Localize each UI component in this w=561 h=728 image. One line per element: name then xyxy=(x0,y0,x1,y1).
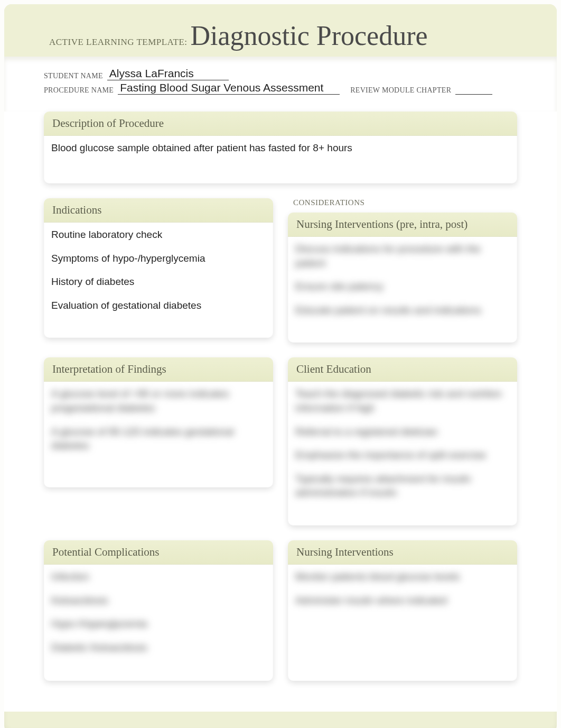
student-name-value: Alyssa LaFrancis xyxy=(107,67,229,80)
col-left-3: Potential Complications Infection Ketoac… xyxy=(44,540,273,696)
complication-item: Infection xyxy=(51,570,266,584)
interpretation-item: A glucose of 95-125 indicates gestationa… xyxy=(51,425,266,453)
chapter-label: REVIEW MODULE CHAPTER xyxy=(350,86,451,95)
row-2: Interpretation of Findings A glucose lev… xyxy=(44,357,517,540)
indications-header: Indications xyxy=(44,198,273,223)
complication-item: Diabetic Ketoacidosis xyxy=(51,641,266,655)
meta-area: STUDENT NAME Alyssa LaFrancis PROCEDURE … xyxy=(4,57,557,112)
nursing-pre-header: Nursing Interventions (pre, intra, post) xyxy=(288,213,517,237)
template-title-row: ACTIVE LEARNING TEMPLATE: Diagnostic Pro… xyxy=(49,20,517,51)
complications-body: Infection Ketoacidosis Hypo-/Hyperglycem… xyxy=(44,565,273,681)
col-left-1: Indications Routine laboratory check Sym… xyxy=(44,198,273,357)
description-body: Blood glucose sample obtained after pati… xyxy=(44,136,517,183)
education-body: Teach the diagnosed diabetic risk and nu… xyxy=(288,382,517,526)
student-name-row: STUDENT NAME Alyssa LaFrancis xyxy=(44,67,517,80)
interpretation-body: A glucose level of >95 or more indicates… xyxy=(44,382,273,487)
nursing-pre-card: Nursing Interventions (pre, intra, post)… xyxy=(288,213,517,343)
nursing2-header: Nursing Interventions xyxy=(288,540,517,565)
template-main-title: Diagnostic Procedure xyxy=(191,20,428,51)
student-name-label: STUDENT NAME xyxy=(44,72,103,80)
nursing-pre-item: Ensure site patency xyxy=(295,280,510,294)
indications-body: Routine laboratory check Symptoms of hyp… xyxy=(44,223,273,338)
template-prefix: ACTIVE LEARNING TEMPLATE: xyxy=(49,37,188,48)
description-card: Description of Procedure Blood glucose s… xyxy=(44,112,517,183)
col-right-1: CONSIDERATIONS Nursing Interventions (pr… xyxy=(288,198,517,357)
col-left-2: Interpretation of Findings A glucose lev… xyxy=(44,357,273,540)
education-item: Teach the diagnosed diabetic risk and nu… xyxy=(295,387,510,415)
complications-header: Potential Complications xyxy=(44,540,273,565)
indications-card: Indications Routine laboratory check Sym… xyxy=(44,198,273,338)
row-3: Potential Complications Infection Ketoac… xyxy=(44,540,517,696)
education-item: Emphasize the importance of split exerci… xyxy=(295,448,510,463)
content-area: Description of Procedure Blood glucose s… xyxy=(4,112,557,712)
nursing2-item: Monitor patients blood glucose levels xyxy=(295,570,510,584)
nursing-pre-body: Discuss indications for procedure with t… xyxy=(288,237,517,343)
education-header: Client Education xyxy=(288,357,517,382)
description-text: Blood glucose sample obtained after pati… xyxy=(51,142,352,153)
nursing-pre-item: Discuss indications for procedure with t… xyxy=(295,242,510,270)
nursing2-item: Administer insulin where indicated xyxy=(295,594,510,608)
indication-item: Evaluation of gestational diabetes xyxy=(51,299,266,313)
chapter-value xyxy=(455,94,492,95)
education-item: Referral to a registered dietician xyxy=(295,425,510,439)
nursing2-body: Monitor patients blood glucose levels Ad… xyxy=(288,565,517,681)
procedure-name-row: PROCEDURE NAME Fasting Blood Sugar Venou… xyxy=(44,81,517,95)
procedure-name-value: Fasting Blood Sugar Venous Assessment xyxy=(118,81,340,95)
procedure-name-label: PROCEDURE NAME xyxy=(44,86,114,95)
indication-item: Symptoms of hypo-/hyperglycemia xyxy=(51,252,266,266)
complication-item: Hypo-/Hyperglycemia xyxy=(51,617,266,631)
page-container: ACTIVE LEARNING TEMPLATE: Diagnostic Pro… xyxy=(4,4,557,728)
procedure-group: PROCEDURE NAME Fasting Blood Sugar Venou… xyxy=(44,81,340,95)
col-right-3: Nursing Interventions Monitor patients b… xyxy=(288,540,517,696)
indication-item: History of diabetes xyxy=(51,275,266,289)
education-item: Typically requires attachment for insuli… xyxy=(295,472,510,500)
nursing2-card: Nursing Interventions Monitor patients b… xyxy=(288,540,517,681)
header-band: ACTIVE LEARNING TEMPLATE: Diagnostic Pro… xyxy=(4,4,557,57)
nursing-pre-item: Educate patient on results and indicatio… xyxy=(295,303,510,318)
description-header: Description of Procedure xyxy=(44,112,517,136)
row-1: Indications Routine laboratory check Sym… xyxy=(44,198,517,357)
interpretation-item: A glucose level of >95 or more indicates… xyxy=(51,387,266,415)
considerations-label: CONSIDERATIONS xyxy=(293,198,517,207)
interpretation-card: Interpretation of Findings A glucose lev… xyxy=(44,357,273,487)
complication-item: Ketoacidosis xyxy=(51,594,266,608)
chapter-group: REVIEW MODULE CHAPTER xyxy=(350,86,492,95)
col-right-2: Client Education Teach the diagnosed dia… xyxy=(288,357,517,540)
education-card: Client Education Teach the diagnosed dia… xyxy=(288,357,517,526)
complications-card: Potential Complications Infection Ketoac… xyxy=(44,540,273,681)
interpretation-header: Interpretation of Findings xyxy=(44,357,273,382)
indication-item: Routine laboratory check xyxy=(51,228,266,242)
